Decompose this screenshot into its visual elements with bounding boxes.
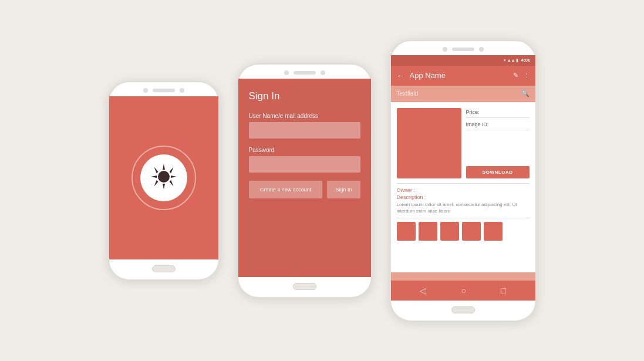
thumb-3[interactable] xyxy=(440,222,459,241)
phone-bottom-2 xyxy=(238,277,371,297)
description-label: Description : xyxy=(397,194,530,200)
splash-screen xyxy=(109,96,218,259)
camera-dot-5 xyxy=(443,47,447,52)
svg-marker-4 xyxy=(171,176,177,178)
svg-marker-8 xyxy=(154,180,158,186)
edit-icon[interactable]: ✎ xyxy=(513,72,518,79)
thumb-5[interactable] xyxy=(484,222,503,241)
phone-top-1 xyxy=(109,82,218,96)
wifi-icon: ▾ xyxy=(504,58,506,63)
svg-marker-7 xyxy=(169,167,173,173)
divider-2 xyxy=(397,218,530,218)
thumbnail-row xyxy=(397,222,530,241)
svg-marker-6 xyxy=(169,180,173,186)
signal-icon: ▲▲ xyxy=(507,58,515,62)
owner-label: Owner : xyxy=(397,187,530,193)
search-placeholder[interactable]: Textfield xyxy=(397,90,521,97)
username-input[interactable] xyxy=(249,122,360,139)
username-label: User Name/e mail address xyxy=(249,113,360,119)
phone-1 xyxy=(108,81,220,281)
status-bar: ▾ ▲▲ ▮ 4:00 xyxy=(391,55,535,66)
status-icons: ▾ ▲▲ ▮ xyxy=(504,58,519,63)
phone-top-3 xyxy=(391,41,535,55)
accent-strip xyxy=(391,272,535,281)
phone-2: Sign In User Name/e mail address Passwor… xyxy=(237,63,372,298)
signin-title: Sign In xyxy=(249,90,360,102)
sun-icon xyxy=(150,163,178,193)
svg-marker-1 xyxy=(163,164,165,170)
outer-circle xyxy=(132,146,196,210)
speaker xyxy=(153,89,175,92)
splash-content xyxy=(109,96,218,259)
home-button-2[interactable] xyxy=(293,283,316,290)
detail-screen: ▾ ▲▲ ▮ 4:00 ← App Name ✎ ⋮ Textfield 🔍 xyxy=(391,55,535,301)
thumb-1[interactable] xyxy=(397,222,416,241)
inner-circle xyxy=(140,154,187,201)
search-bar: Textfield 🔍 xyxy=(391,86,535,102)
create-account-button[interactable]: Create a new account xyxy=(249,181,323,198)
status-time: 4:00 xyxy=(521,58,530,63)
price-field: Price: xyxy=(466,109,530,118)
password-input[interactable] xyxy=(249,156,360,173)
detail-info: Price: Image ID: DOWNLOAD xyxy=(466,108,530,178)
svg-marker-2 xyxy=(163,184,165,190)
password-label: Password xyxy=(249,147,360,153)
phone-bottom-3 xyxy=(391,301,535,320)
phone-3: ▾ ▲▲ ▮ 4:00 ← App Name ✎ ⋮ Textfield 🔍 xyxy=(390,40,537,322)
bottom-navigation: ◁ ○ □ xyxy=(391,281,535,301)
svg-marker-3 xyxy=(151,176,157,178)
description-text: Lorem ipsum dolor sit amet, consectetur … xyxy=(397,201,530,214)
app-bar-icons: ✎ ⋮ xyxy=(513,72,530,79)
speaker-2 xyxy=(294,71,316,75)
svg-marker-5 xyxy=(154,167,158,173)
svg-point-0 xyxy=(158,171,170,183)
phone-bottom-1 xyxy=(109,259,218,279)
search-icon[interactable]: 🔍 xyxy=(521,90,530,97)
camera-dot-2 xyxy=(180,88,184,93)
content-area: Price: Image ID: DOWNLOAD Owner : Descri… xyxy=(391,102,535,272)
nav-recents-icon[interactable]: □ xyxy=(501,286,505,295)
image-id-field: Image ID: xyxy=(466,122,530,130)
thumb-4[interactable] xyxy=(462,222,481,241)
button-row: Create a new account Sign In xyxy=(249,181,360,198)
detail-row: Price: Image ID: DOWNLOAD xyxy=(397,108,530,178)
camera-dot-3 xyxy=(284,70,289,75)
camera-dot xyxy=(143,88,148,93)
detail-image xyxy=(397,108,461,178)
divider-1 xyxy=(397,183,530,184)
camera-dot-4 xyxy=(321,70,325,75)
nav-home-icon[interactable]: ○ xyxy=(461,286,466,295)
more-icon[interactable]: ⋮ xyxy=(523,72,530,79)
signin-button[interactable]: Sign In xyxy=(327,181,360,198)
download-button[interactable]: DOWNLOAD xyxy=(466,166,530,178)
app-title: App Name xyxy=(410,71,508,80)
speaker-3 xyxy=(452,48,474,51)
home-button-3[interactable] xyxy=(451,306,475,313)
camera-dot-6 xyxy=(479,47,484,52)
home-button-1[interactable] xyxy=(152,265,176,272)
app-bar: ← App Name ✎ ⋮ xyxy=(391,66,535,86)
battery-icon: ▮ xyxy=(516,58,518,63)
thumb-2[interactable] xyxy=(419,222,437,241)
phone-top-2 xyxy=(238,65,371,79)
nav-back-icon[interactable]: ◁ xyxy=(420,286,426,295)
back-button[interactable]: ← xyxy=(397,71,405,80)
signin-screen: Sign In User Name/e mail address Passwor… xyxy=(238,79,371,277)
